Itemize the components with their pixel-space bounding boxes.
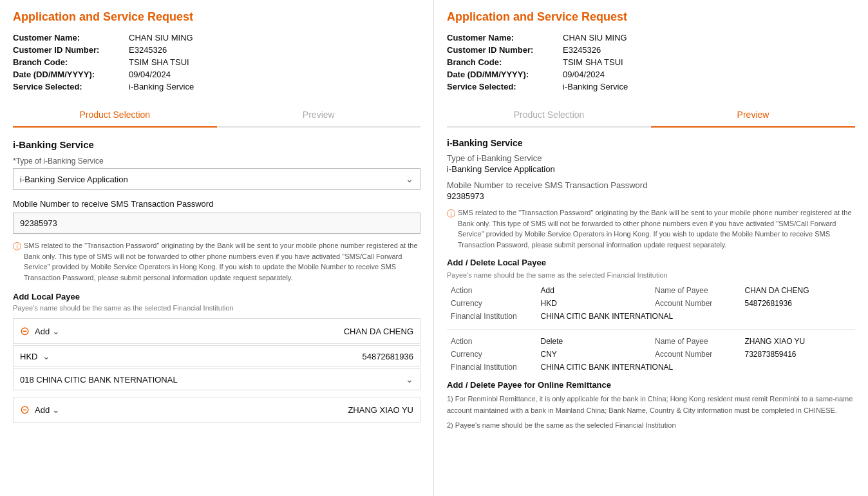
payee2-currency-val: CNY: [536, 348, 651, 361]
minus-icon-payee1[interactable]: ⊝: [20, 324, 30, 338]
right-branch-row: Branch Code: TSIM SHA TSUI: [447, 57, 855, 67]
left-tab-product-selection[interactable]: Product Selection: [13, 103, 217, 128]
table-row: Financial Institution CHINA CITIC BANK I…: [447, 361, 855, 374]
payee1-currency-chevron-icon: ⌄: [42, 351, 50, 361]
right-service-label: Service Selected:: [447, 82, 563, 91]
payee1-bank-chevron-icon: ⌄: [406, 374, 413, 385]
left-id-value: E3245326: [129, 45, 167, 55]
right-mobile-label: Mobile Number to receive SMS Transaction…: [447, 180, 855, 190]
payee1-account-val: 54872681936: [741, 297, 855, 310]
right-service-value: i-Banking Service: [563, 82, 628, 91]
right-remittance-note2: 2) Payee's name should be the same as th…: [447, 420, 855, 432]
table-row: Financial Institution CHINA CITIC BANK I…: [447, 310, 855, 323]
right-mobile-value: 92385973: [447, 191, 855, 201]
left-section-title: i-Banking Service: [13, 139, 420, 150]
left-branch-row: Branch Code: TSIM SHA TSUI: [13, 57, 420, 67]
payee2-name-val: ZHANG XIAO YU: [741, 335, 855, 348]
left-tab-preview[interactable]: Preview: [217, 103, 421, 126]
payee2-action-val: Delete: [536, 335, 651, 348]
left-type-label: *Type of i-Banking Service: [13, 157, 420, 166]
payee2-chevron-icon: ⌄: [52, 405, 60, 415]
right-name-label: Customer Name:: [447, 33, 563, 43]
left-customer-id-row: Customer ID Number: E3245326: [13, 45, 420, 55]
right-tab-product-selection[interactable]: Product Selection: [447, 103, 651, 126]
right-date-label: Date (DD/MM/YYYY):: [447, 70, 563, 79]
payee2-name-label: Name of Payee: [651, 335, 741, 348]
payee1-currency-text: HKD: [20, 352, 37, 361]
left-mobile-label: Mobile Number to receive SMS Transaction…: [13, 199, 420, 209]
payee1-bank-row: 018 CHINA CITIC BANK NTERNATIONAL ⌄: [13, 368, 420, 390]
right-date-value: 09/04/2024: [563, 70, 605, 79]
payee1-name: CHAN DA CHENG: [344, 327, 413, 336]
payee1-name-val: CHAN DA CHENG: [741, 284, 855, 297]
left-date-value: 09/04/2024: [129, 70, 171, 79]
right-tab-preview[interactable]: Preview: [651, 103, 855, 128]
payee2-fi-label: Financial Institution: [447, 361, 536, 374]
right-panel: Application and Service Request Customer…: [434, 0, 868, 496]
right-customer-name-row: Customer Name: CHAN SIU MING: [447, 33, 855, 43]
right-add-delete-title: Add / Delete Local Payee: [447, 258, 855, 267]
payee1-bank-text: 018 CHINA CITIC BANK NTERNATIONAL: [20, 375, 178, 385]
payee-divider: [447, 329, 855, 330]
payee1-currency-row: HKD ⌄ 54872681936: [13, 345, 420, 367]
left-customer-name-row: Customer Name: CHAN SIU MING: [13, 33, 420, 43]
payee1-action-label: Action: [447, 284, 536, 297]
left-name-value: CHAN SIU MING: [129, 33, 193, 43]
left-mobile-value: 92385973: [13, 213, 420, 234]
left-service-row: Service Selected: i-Banking Service: [13, 82, 420, 91]
right-payee2-table: Action Delete Name of Payee ZHANG XIAO Y…: [447, 335, 855, 374]
info-icon: ⓘ: [13, 240, 21, 283]
payee1-chevron-icon: ⌄: [52, 326, 60, 336]
table-row: Action Add Name of Payee CHAN DA CHENG: [447, 284, 855, 297]
left-date-label: Date (DD/MM/YYYY):: [13, 70, 129, 79]
right-type-value: i-Banking Service Application: [447, 164, 855, 174]
left-payee-hint: Payee's name should be the same as the s…: [13, 304, 420, 312]
payee1-account-label: Account Number: [651, 297, 741, 310]
table-row: Currency HKD Account Number 54872681936: [447, 297, 855, 310]
left-tabs: Product Selection Preview: [13, 103, 420, 128]
payee1-action-text: Add: [35, 327, 50, 336]
right-customer-id-row: Customer ID Number: E3245326: [447, 45, 855, 55]
left-branch-label: Branch Code:: [13, 57, 129, 67]
right-id-value: E3245326: [563, 45, 601, 55]
payee2-currency-label: Currency: [447, 348, 536, 361]
right-tabs: Product Selection Preview: [447, 103, 855, 128]
left-name-label: Customer Name:: [13, 33, 129, 43]
right-remittance-title: Add / Delete Payee for Online Remittance: [447, 380, 855, 390]
right-id-label: Customer ID Number:: [447, 45, 563, 55]
payee1-action-val: Add: [536, 284, 651, 297]
right-service-row: Service Selected: i-Banking Service: [447, 82, 855, 91]
right-payee-hint: Payee's name should be the same as the s…: [447, 271, 855, 279]
payee1-action-select[interactable]: Add ⌄: [35, 326, 73, 336]
payee2-account-val: 732873859416: [741, 348, 855, 361]
left-panel: Application and Service Request Customer…: [0, 0, 434, 496]
right-type-label: Type of i-Banking Service: [447, 153, 855, 163]
table-row: Action Delete Name of Payee ZHANG XIAO Y…: [447, 335, 855, 348]
payee2-action-label: Action: [447, 335, 536, 348]
left-title: Application and Service Request: [13, 10, 420, 24]
left-sms-notice: ⓘ SMS related to the "Transaction Passwo…: [13, 240, 420, 283]
left-type-select-text: i-Banking Service Application: [20, 175, 128, 184]
left-date-row: Date (DD/MM/YYYY): 09/04/2024: [13, 70, 420, 79]
right-title: Application and Service Request: [447, 10, 855, 24]
payee2-name: ZHANG XIAO YU: [348, 405, 413, 415]
right-section-title: i-Banking Service: [447, 138, 855, 148]
minus-icon-payee2[interactable]: ⊝: [20, 403, 30, 417]
right-sms-notice: ⓘ SMS related to the "Transaction Passwo…: [447, 207, 855, 250]
left-branch-value: TSIM SHA TSUI: [129, 57, 189, 67]
right-name-value: CHAN SIU MING: [563, 33, 627, 43]
payee2-fi-val: CHINA CITIC BANK INTERNATIONAL: [536, 361, 855, 374]
chevron-down-icon: ⌄: [406, 174, 413, 184]
payee1-action-row: ⊝ Add ⌄ CHAN DA CHENG: [13, 318, 420, 344]
right-remittance-note1: 1) For Renminbi Remittance, it is only a…: [447, 394, 855, 416]
left-service-label: Service Selected:: [13, 82, 129, 91]
right-payee1-table: Action Add Name of Payee CHAN DA CHENG C…: [447, 284, 855, 323]
right-info-icon: ⓘ: [447, 207, 455, 250]
payee2-action-select[interactable]: Add ⌄: [35, 405, 73, 415]
payee1-fi-val: CHINA CITIC BANK INTERNATIONAL: [536, 310, 855, 323]
payee1-name-label: Name of Payee: [651, 284, 741, 297]
left-type-select[interactable]: i-Banking Service Application ⌄: [13, 168, 420, 190]
left-add-payee-title: Add Local Payee: [13, 292, 420, 301]
payee2-action-row: ⊝ Add ⌄ ZHANG XIAO YU: [13, 397, 420, 423]
left-id-label: Customer ID Number:: [13, 45, 129, 55]
